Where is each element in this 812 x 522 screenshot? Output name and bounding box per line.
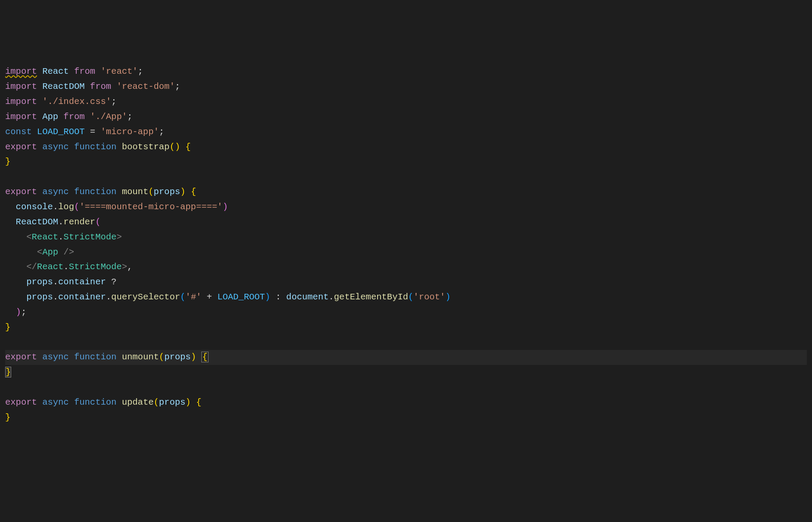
code-line: export async function update(props) { — [5, 395, 807, 410]
semicolon: ; — [175, 82, 180, 91]
semicolon: ; — [138, 66, 143, 76]
function-name: bootstrap — [122, 142, 170, 152]
identifier-reactdom: ReactDOM — [42, 82, 84, 91]
keyword-async: async — [42, 352, 69, 362]
string-literal: '====mounted-micro-app====' — [79, 202, 222, 212]
code-line: props.container ? — [5, 275, 807, 290]
brace-open-cursor: { — [201, 352, 208, 362]
function-name: mount — [122, 187, 149, 197]
keyword-export: export — [5, 397, 37, 407]
keyword-import: import — [5, 97, 37, 107]
code-editor[interactable]: import React from 'react';import ReactDO… — [5, 64, 807, 425]
keyword-from: from — [63, 112, 84, 122]
string-literal: '#' — [185, 292, 201, 302]
code-line: <React.StrictMode> — [5, 230, 807, 245]
jsx-namespace: React — [37, 262, 64, 272]
semicolon: ; — [127, 112, 132, 122]
keyword-function: function — [74, 187, 116, 197]
identifier-app: App — [42, 112, 58, 122]
keyword-export: export — [5, 352, 37, 362]
paren-open: ( — [169, 142, 175, 152]
property-container: container — [58, 277, 106, 287]
method-render: render — [63, 217, 95, 227]
param-props: props — [154, 187, 181, 197]
paren-open: ( — [180, 292, 185, 302]
jsx-component: StrictMode — [69, 262, 122, 272]
keyword-function: function — [74, 397, 116, 407]
code-line: } — [5, 320, 807, 335]
code-line: <App /> — [5, 245, 807, 260]
comma: , — [127, 262, 132, 272]
code-line: </React.StrictMode>, — [5, 260, 807, 275]
function-name: unmount — [122, 352, 159, 362]
code-line: ); — [5, 305, 807, 320]
code-line: } — [5, 154, 807, 170]
method-log: log — [58, 202, 74, 212]
keyword-from: from — [90, 82, 111, 91]
keyword-import: import — [5, 66, 37, 76]
code-line — [5, 335, 807, 350]
keyword-import: import — [5, 112, 37, 122]
method-queryselector: querySelector — [111, 292, 180, 302]
keyword-const: const — [5, 127, 32, 137]
keyword-async: async — [42, 397, 69, 407]
paren-close: ) — [191, 352, 196, 362]
brace-close: } — [5, 322, 10, 332]
brace-close-matched: } — [5, 367, 11, 377]
keyword-async: async — [42, 142, 69, 152]
jsx-component: StrictMode — [63, 232, 116, 242]
jsx-close: > — [116, 232, 122, 242]
string-literal: 'root' — [413, 292, 445, 302]
paren-close: ) — [16, 307, 21, 317]
identifier-props: props — [26, 292, 53, 302]
brace-open: { — [185, 187, 196, 197]
identifier-props: props — [26, 277, 53, 287]
paren-close: ) — [265, 292, 270, 302]
keyword-export: export — [5, 187, 37, 197]
string-literal: 'react-dom' — [116, 82, 175, 91]
const-name: LOAD_ROOT — [37, 127, 85, 137]
semicolon: ; — [159, 127, 164, 137]
identifier-loadroot: LOAD_ROOT — [217, 292, 265, 302]
property-container: container — [58, 292, 106, 302]
code-line: import App from './App'; — [5, 110, 807, 125]
identifier-document: document — [286, 292, 328, 302]
jsx-open: < — [37, 247, 42, 257]
code-line — [5, 380, 807, 395]
code-line — [5, 170, 807, 185]
ternary-colon: : — [270, 292, 286, 302]
brace-close: } — [5, 412, 10, 422]
code-line: } — [5, 410, 807, 425]
paren-close: ) — [180, 187, 185, 197]
code-line: import './index.css'; — [5, 94, 807, 110]
paren-close: ) — [185, 397, 191, 407]
keyword-import: import — [5, 82, 37, 91]
identifier-react: React — [42, 66, 69, 76]
identifier-reactdom: ReactDOM — [16, 217, 58, 227]
jsx-close: > — [69, 247, 74, 257]
brace-close: } — [5, 157, 10, 167]
jsx-namespace: React — [32, 232, 59, 242]
function-name: update — [122, 397, 154, 407]
param-props: props — [159, 397, 186, 407]
semicolon: ; — [21, 307, 26, 317]
paren-open: ( — [74, 202, 79, 212]
keyword-export: export — [5, 142, 37, 152]
paren-close: ) — [222, 202, 228, 212]
jsx-open: </ — [26, 262, 37, 272]
paren-open: ( — [159, 352, 164, 362]
keyword-function: function — [74, 352, 116, 362]
code-line: import React from 'react'; — [5, 64, 807, 79]
jsx-component: App — [42, 247, 58, 257]
code-line: ReactDOM.render( — [5, 215, 807, 230]
string-literal: './index.css' — [42, 97, 111, 107]
jsx-self-close: / — [58, 247, 69, 257]
param-props: props — [164, 352, 191, 362]
string-literal: 'react' — [100, 66, 137, 76]
semicolon: ; — [111, 97, 116, 107]
code-line: console.log('====mounted-micro-app====') — [5, 200, 807, 215]
brace-open: { — [180, 142, 191, 152]
keyword-function: function — [74, 142, 116, 152]
paren-close: ) — [445, 292, 450, 302]
code-line: import ReactDOM from 'react-dom'; — [5, 79, 807, 94]
